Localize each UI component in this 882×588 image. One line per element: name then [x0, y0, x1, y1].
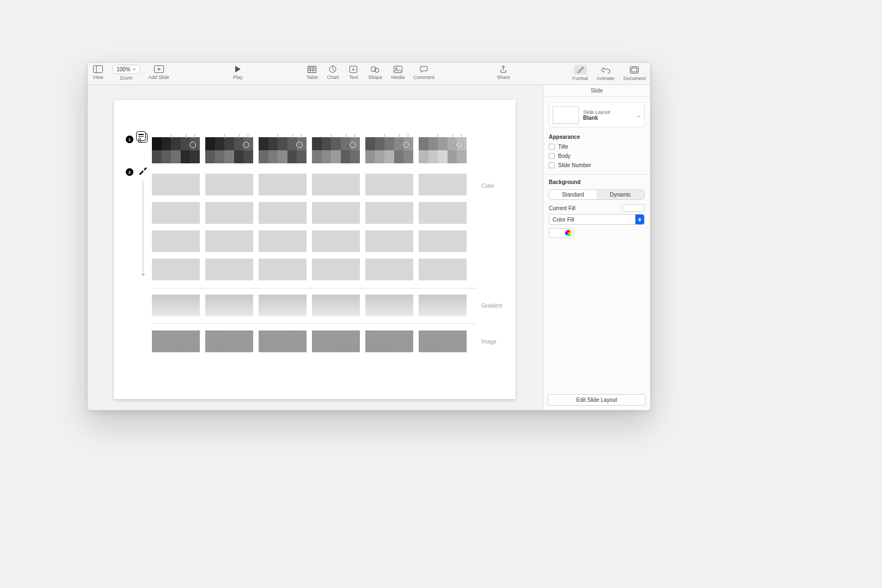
animate-tab[interactable]: Animate	[597, 65, 615, 81]
color-slot[interactable]	[365, 202, 413, 224]
color-row	[152, 202, 467, 224]
edit-slide-layout-button[interactable]: Edit Slide Layout	[548, 394, 646, 406]
plus-slide-icon	[153, 65, 165, 74]
color-slot[interactable]	[365, 259, 413, 280]
toolbar: View 100% Zoom Add Slide	[88, 63, 650, 85]
color-slot[interactable]	[205, 230, 253, 252]
chevron-down-icon: ⌄	[636, 112, 641, 118]
color-slot[interactable]	[419, 259, 467, 280]
layout-name: Blank	[583, 115, 610, 121]
color-slot[interactable]	[152, 202, 200, 224]
gradient-slot[interactable]	[152, 295, 200, 316]
table-button[interactable]: Table	[306, 65, 318, 80]
color-slot[interactable]	[419, 202, 467, 224]
color-slot[interactable]	[419, 230, 467, 252]
play-label: Play	[233, 75, 243, 80]
color-slot[interactable]	[205, 202, 253, 224]
layout-caption: Slide Layout	[583, 109, 610, 115]
sidebar-icon	[92, 65, 104, 74]
selection-ring-icon	[403, 142, 409, 148]
gradient-slot[interactable]	[365, 295, 413, 316]
slide[interactable]: 1 2	[114, 100, 516, 399]
color-slot[interactable]	[312, 259, 360, 280]
color-slot[interactable]	[259, 259, 307, 280]
step-badge-2: 2	[126, 168, 133, 176]
label-image: Image	[481, 339, 497, 345]
palette-swatch[interactable]	[312, 137, 360, 163]
shape-button[interactable]: Shape	[368, 65, 382, 80]
palette-swatch[interactable]	[365, 137, 413, 163]
slide-layout-picker[interactable]: Slide Layout Blank ⌄	[549, 102, 645, 127]
chart-button[interactable]: Chart	[327, 65, 339, 80]
zoom-button[interactable]: 100% Zoom	[113, 65, 140, 81]
fill-type-dropdown[interactable]: Color Fill	[549, 214, 645, 225]
color-slot[interactable]	[205, 174, 253, 195]
separator	[152, 288, 476, 289]
color-well[interactable]	[549, 228, 574, 238]
color-slot[interactable]	[259, 202, 307, 224]
media-button[interactable]: Media	[391, 65, 405, 80]
media-icon	[392, 65, 404, 74]
color-slot[interactable]	[419, 174, 467, 195]
color-slot[interactable]	[205, 259, 253, 280]
color-slot[interactable]	[312, 202, 360, 224]
color-slot[interactable]	[312, 230, 360, 252]
image-slot[interactable]	[419, 330, 467, 352]
add-slide-button[interactable]: Add Slide	[149, 65, 170, 81]
color-slot[interactable]	[365, 230, 413, 252]
palette-swatch[interactable]	[259, 137, 307, 163]
color-row	[152, 230, 467, 252]
checkbox-body[interactable]: Body	[543, 151, 650, 161]
add-slide-label: Add Slide	[149, 75, 170, 80]
format-tab[interactable]: Format	[572, 65, 588, 81]
media-label: Media	[391, 75, 405, 80]
comment-button[interactable]: Comment	[413, 65, 434, 80]
chevron-down-icon	[132, 68, 136, 71]
zoom-value-box[interactable]: 100%	[113, 65, 140, 74]
checkbox-title[interactable]: Title	[543, 142, 650, 151]
view-button[interactable]: View	[92, 65, 104, 81]
color-slot[interactable]	[152, 174, 200, 195]
segment-dynamic[interactable]: Dynamic	[597, 190, 644, 199]
image-row	[152, 330, 467, 352]
shape-label: Shape	[368, 75, 382, 80]
gradient-slot[interactable]	[259, 295, 307, 316]
color-slot[interactable]	[152, 259, 200, 280]
color-slot[interactable]	[259, 230, 307, 252]
current-fill-swatch[interactable]	[622, 204, 645, 212]
document-tab[interactable]: Document	[623, 65, 646, 81]
gradient-slot[interactable]	[419, 295, 467, 316]
color-row	[152, 259, 467, 280]
play-button[interactable]: Play	[232, 65, 244, 80]
text-icon: A	[347, 65, 359, 74]
gradient-row	[152, 295, 467, 316]
background-mode-segment[interactable]: Standard Dynamic	[549, 189, 645, 200]
checkbox-slide-number[interactable]: Slide Number	[543, 161, 650, 170]
palette-swatch[interactable]	[205, 137, 253, 163]
segment-standard[interactable]: Standard	[549, 190, 597, 199]
color-slot[interactable]	[152, 230, 200, 252]
selection-ring-icon	[243, 142, 249, 148]
image-slot[interactable]	[152, 330, 200, 352]
gradient-slot[interactable]	[312, 295, 360, 316]
image-slot[interactable]	[365, 330, 413, 352]
eyedropper-icon	[138, 166, 148, 175]
chart-label: Chart	[327, 75, 339, 80]
image-slot[interactable]	[259, 330, 307, 352]
share-button[interactable]: Share	[497, 65, 510, 80]
palette-swatch[interactable]	[419, 137, 467, 163]
color-slot[interactable]	[365, 174, 413, 195]
color-slot[interactable]	[259, 174, 307, 195]
image-slot[interactable]	[205, 330, 253, 352]
selection-ring-icon	[456, 142, 463, 148]
brush-icon	[576, 66, 585, 74]
canvas-area[interactable]: 1 2	[88, 85, 543, 410]
palette-swatch[interactable]	[152, 137, 200, 163]
image-slot[interactable]	[312, 330, 360, 352]
play-icon	[232, 65, 244, 74]
svg-rect-18	[632, 68, 637, 72]
gradient-slot[interactable]	[205, 295, 253, 316]
color-slot[interactable]	[312, 174, 360, 195]
text-button[interactable]: A Text	[347, 65, 359, 80]
label-gradient: Gradient	[481, 303, 502, 309]
